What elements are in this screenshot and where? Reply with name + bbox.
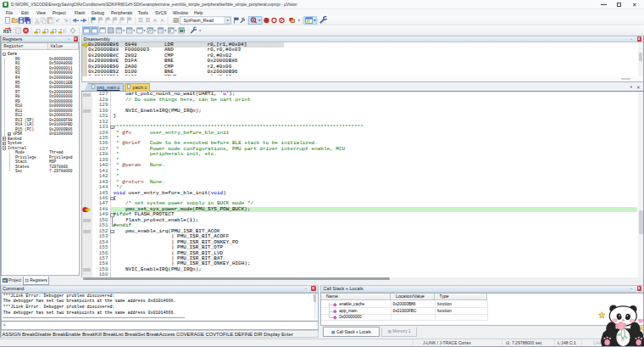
svg-text:A: A (161, 18, 164, 23)
svg-text:*|: *| (59, 28, 65, 34)
svg-text:RST: RST (3, 30, 12, 34)
svg-text:{}: {} (52, 28, 58, 34)
svg-text:{}: {} (36, 28, 42, 34)
svg-text:A: A (153, 18, 157, 23)
svg-text:{}: {} (43, 28, 49, 34)
svg-text:SpiFlash_Read: SpiFlash_Read (184, 18, 214, 23)
